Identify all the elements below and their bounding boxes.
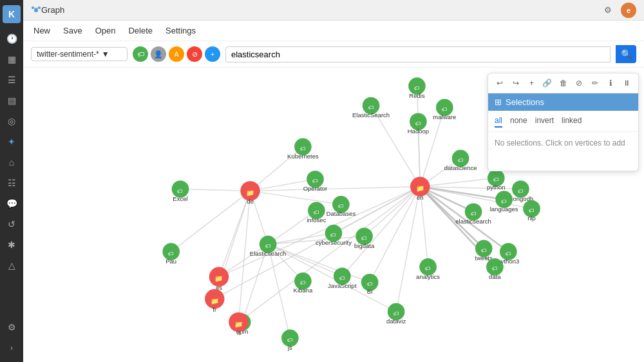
node-datascience[interactable]: 🏷 datascience (444, 150, 477, 171)
selections-header: ⊞ Selections (488, 93, 638, 111)
sidebar-item-list[interactable]: ☰ (3, 71, 21, 89)
node-elasticsearch-main[interactable]: 🏷 Elasticsearch (250, 236, 287, 257)
svg-text:🏷: 🏷 (492, 266, 498, 272)
sidebar-item-graph[interactable]: ✦ (3, 133, 21, 151)
svg-text:📁: 📁 (214, 274, 223, 283)
selections-tabs: all none invert linked (488, 111, 638, 132)
edit-button[interactable]: ✏ (588, 76, 601, 90)
filter-stop-icon[interactable]: ⊘ (187, 46, 202, 62)
node-tweets[interactable]: 🏷 tweets (475, 240, 493, 262)
sidebar-item-alert[interactable]: △ (3, 256, 21, 274)
selections-icon: ⊞ (495, 97, 502, 107)
svg-text:🏷: 🏷 (177, 188, 183, 195)
node-kibana[interactable]: 🏷 Kibana (294, 272, 313, 294)
node-excel[interactable]: 🏷 Excel (172, 180, 189, 202)
svg-text:de: de (247, 198, 254, 205)
save-button[interactable]: Save (61, 24, 85, 37)
sidebar-item-calendar[interactable]: ▤ (3, 91, 21, 110)
svg-text:🏷: 🏷 (287, 337, 293, 343)
node-es[interactable]: 📁 es (209, 267, 229, 291)
index-select[interactable]: twitter-sentiment-* ▼ (31, 47, 128, 61)
tab-invert[interactable]: invert (535, 115, 554, 128)
filter-tag-icon[interactable]: 🏷 (133, 46, 148, 62)
svg-text:Kibana: Kibana (294, 287, 313, 294)
sidebar-item-history[interactable]: 🕐 (3, 30, 21, 48)
svg-text:🏷: 🏷 (481, 247, 487, 254)
filter-add-icon[interactable]: + (205, 46, 220, 62)
svg-text:en: en (417, 194, 424, 201)
node-kubernetes[interactable]: 🏷 Kubernetes (287, 138, 319, 159)
node-bi[interactable]: 🏷 BI (361, 274, 379, 295)
svg-text:BI: BI (367, 288, 373, 295)
svg-text:🏷: 🏷 (368, 104, 374, 111)
node-fr[interactable]: 📁 fr (205, 289, 224, 313)
svg-text:Elasticsearch: Elasticsearch (250, 250, 287, 257)
redo-button[interactable]: ↪ (509, 76, 523, 90)
svg-text:🏷: 🏷 (458, 157, 464, 164)
svg-text:datascience: datascience (444, 164, 477, 171)
sidebar-item-sync[interactable]: ↺ (3, 215, 21, 233)
filter-text-icon[interactable]: A (169, 46, 184, 62)
node-en[interactable]: 📁 en (410, 176, 430, 200)
info-button[interactable]: ℹ (604, 76, 618, 90)
node-malware[interactable]: 🏷 malware (433, 99, 456, 120)
node-elasticsearch-top[interactable]: 🏷 ElasticSearch (352, 97, 390, 119)
undo-button[interactable]: ↩ (493, 76, 507, 90)
svg-text:elasticsearch: elasticsearch (455, 218, 491, 225)
node-infosec[interactable]: 🏷 infosec (307, 202, 326, 224)
graph-icon (31, 5, 41, 15)
node-redis[interactable]: 🏷 Redis (408, 77, 426, 99)
svg-text:dataviz: dataviz (386, 318, 406, 325)
add-button[interactable]: + (525, 76, 538, 90)
sidebar-item-settings[interactable]: ⚙ (3, 318, 21, 336)
titlebar: Graph ⚙ e (23, 0, 644, 21)
svg-text:🏷: 🏷 (300, 280, 306, 286)
svg-text:🏷: 🏷 (314, 209, 319, 216)
open-button[interactable]: Open (93, 24, 118, 37)
selections-toolbar: ↩ ↪ + 🔗 🗑 ⊘ ✏ ℹ ⏸ (488, 73, 638, 93)
node-databases[interactable]: 🏷 Databases (327, 196, 356, 217)
tab-linked[interactable]: linked (562, 115, 582, 128)
settings-icon[interactable]: ⚙ (600, 3, 616, 18)
tab-none[interactable]: none (510, 115, 527, 128)
filter-user-icon[interactable]: 👤 (151, 46, 166, 62)
search-button[interactable]: 🔍 (616, 45, 636, 63)
svg-text:it: it (237, 329, 240, 336)
node-data[interactable]: 🏷 data (486, 258, 504, 280)
settings-button[interactable]: Settings (163, 24, 198, 37)
sidebar-item-home[interactable]: ⌂ (3, 153, 21, 171)
svg-text:malware: malware (433, 113, 456, 120)
sidebar-item-dashboard[interactable]: ▦ (3, 50, 21, 68)
svg-text:🏷: 🏷 (425, 266, 431, 272)
node-pau[interactable]: 🏷 Pau (162, 243, 180, 264)
node-bigdata[interactable]: 🏷 bigdata (354, 227, 375, 249)
node-dataviz[interactable]: 🏷 dataviz (386, 303, 406, 325)
tab-all[interactable]: all (495, 115, 502, 128)
sidebar-item-document[interactable]: ☷ (3, 174, 21, 192)
svg-text:🏷: 🏷 (339, 275, 345, 281)
graph-area: 🏷 Redis 🏷 malware 🏷 ElasticSearch 🏷 Hado… (23, 68, 644, 362)
node-python[interactable]: 🏷 python (487, 169, 506, 191)
delete-button[interactable]: 🗑 (556, 76, 570, 90)
svg-text:bigdata: bigdata (354, 242, 375, 249)
node-analytics[interactable]: 🏷 analytics (416, 258, 440, 280)
new-button[interactable]: New (31, 24, 53, 37)
sidebar-item-link[interactable]: ✱ (3, 236, 21, 254)
svg-text:JavaScript: JavaScript (328, 282, 357, 289)
sidebar-item-user[interactable]: ◎ (3, 112, 21, 130)
pause-button[interactable]: ⏸ (620, 76, 634, 90)
node-js[interactable]: 🏷 js (281, 330, 299, 351)
svg-text:🏷: 🏷 (414, 85, 420, 91)
search-input[interactable] (225, 46, 611, 62)
sidebar-item-chat[interactable]: 💬 (3, 195, 21, 213)
delete-button[interactable]: Delete (126, 24, 155, 37)
node-de[interactable]: 📁 de (240, 181, 260, 205)
sidebar-collapse[interactable]: › (3, 339, 21, 357)
svg-text:🏷: 🏷 (361, 235, 367, 242)
link-button[interactable]: 🔗 (541, 76, 554, 90)
toolbar: New Save Open Delete Settings (23, 21, 644, 41)
block-button[interactable]: ⊘ (573, 76, 586, 90)
node-operator[interactable]: 🏷 Operator (303, 171, 328, 192)
node-nlp[interactable]: 🏷 nlp (523, 200, 540, 222)
node-hadoop[interactable]: 🏷 Hadoop (408, 113, 429, 134)
